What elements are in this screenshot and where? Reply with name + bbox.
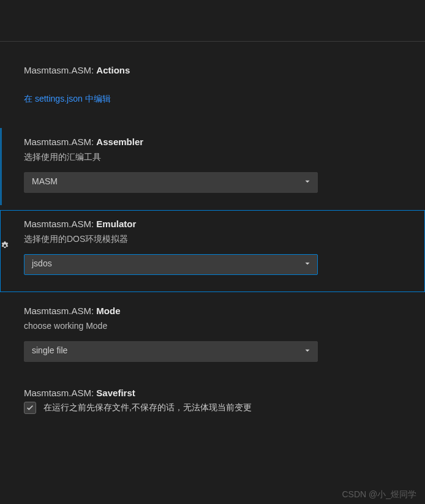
savefirst-checkbox-row: 在运行之前先保存文件,不保存的话，无法体现当前变更	[24, 402, 408, 414]
setting-prefix: Masmtasm.ASM:	[24, 219, 96, 229]
savefirst-label: 在运行之前先保存文件,不保存的话，无法体现当前变更	[43, 402, 252, 413]
setting-prefix: Masmtasm.ASM:	[24, 306, 96, 316]
setting-prefix: Masmtasm.ASM:	[24, 65, 96, 75]
setting-name: Assembler	[96, 137, 143, 147]
setting-savefirst: Masmtasm.ASM: Savefirst 在运行之前先保存文件,不保存的话…	[0, 379, 425, 426]
setting-title-savefirst: Masmtasm.ASM: Savefirst	[24, 388, 408, 398]
setting-name: Emulator	[96, 219, 136, 229]
setting-title-actions: Masmtasm.ASM: Actions	[24, 65, 408, 75]
edit-in-settings-json-link[interactable]: 在 settings.json 中编辑	[24, 94, 111, 103]
settings-list: Masmtasm.ASM: Actions 在 settings.json 中编…	[0, 42, 425, 426]
setting-title-emulator: Masmtasm.ASM: Emulator	[24, 219, 408, 229]
watermark: CSDN @小_煜同学	[342, 489, 416, 500]
emulator-select[interactable]: jsdos	[24, 254, 318, 275]
setting-description-emulator: 选择使用的DOS环境模拟器	[24, 233, 408, 246]
setting-name: Actions	[96, 65, 130, 75]
setting-prefix: Masmtasm.ASM:	[24, 137, 96, 147]
mode-select-wrapper: single file	[24, 341, 318, 362]
check-icon	[26, 404, 34, 412]
setting-name: Mode	[96, 306, 120, 316]
setting-name: Savefirst	[96, 388, 135, 398]
mode-select[interactable]: single file	[24, 341, 318, 362]
setting-assembler: Masmtasm.ASM: Assembler 选择使用的汇编工具 MASM	[0, 128, 425, 205]
savefirst-checkbox[interactable]	[24, 402, 36, 414]
setting-emulator[interactable]: Masmtasm.ASM: Emulator 选择使用的DOS环境模拟器 jsd…	[0, 210, 425, 292]
setting-title-assembler: Masmtasm.ASM: Assembler	[24, 137, 408, 147]
emulator-select-wrapper: jsdos	[24, 254, 318, 275]
setting-prefix: Masmtasm.ASM:	[24, 388, 96, 398]
setting-title-mode: Masmtasm.ASM: Mode	[24, 306, 408, 316]
top-bar	[0, 0, 425, 42]
setting-description-mode: choose working Mode	[24, 320, 408, 333]
assembler-select-wrapper: MASM	[24, 172, 318, 193]
assembler-select[interactable]: MASM	[24, 172, 318, 193]
gear-icon[interactable]	[0, 241, 10, 252]
setting-actions: Masmtasm.ASM: Actions 在 settings.json 中编…	[0, 56, 425, 117]
setting-description-assembler: 选择使用的汇编工具	[24, 151, 408, 164]
setting-mode: Masmtasm.ASM: Mode choose working Mode s…	[0, 297, 425, 374]
